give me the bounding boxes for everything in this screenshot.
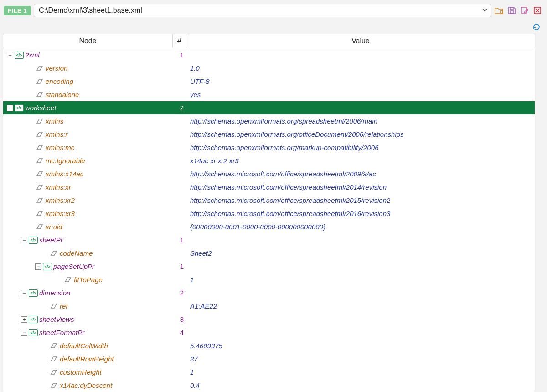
node-name: pageSetUpPr (53, 263, 94, 270)
node-name: sheetFormatPr (39, 329, 84, 336)
collapse-toggle[interactable]: − (35, 263, 41, 270)
expand-toggle[interactable]: + (21, 316, 27, 323)
browse-icon[interactable] (494, 5, 504, 15)
node-count: 4 (173, 329, 186, 336)
node-value: http://schemas.microsoft.com/office/spre… (186, 170, 535, 178)
tree-row[interactable]: codeNameSheet2 (3, 247, 535, 260)
tree-row[interactable]: xr:uid{00000000-0001-0000-0000-000000000… (3, 220, 535, 233)
tree-row[interactable]: −</> worksheet2 (3, 101, 535, 114)
attribute-icon (35, 157, 44, 165)
node-value: 1.0 (186, 64, 535, 72)
node-name: codeName (60, 249, 93, 257)
save-icon[interactable] (507, 5, 517, 15)
node-count: 1 (173, 51, 186, 59)
tree-row[interactable]: −</> dimension2 (3, 286, 535, 299)
header-value[interactable]: Value (186, 34, 535, 48)
attribute-icon (35, 223, 44, 231)
node-name: xmlns:mc (46, 144, 74, 151)
attribute-icon (35, 78, 44, 85)
tree-row[interactable]: xmlns:xrhttp://schemas.microsoft.com/off… (3, 181, 535, 194)
svg-rect-3 (510, 11, 514, 13)
node-value: http://schemas.openxmlformats.org/spread… (186, 117, 535, 125)
node-count: 2 (173, 104, 186, 112)
node-value: 0.4 (186, 382, 535, 389)
attribute-icon (35, 118, 44, 125)
collapse-toggle[interactable]: − (21, 237, 27, 243)
element-icon: </> (29, 329, 38, 336)
toolbar: FILE 1 (0, 0, 547, 21)
attribute-icon (63, 276, 72, 284)
tree-row[interactable]: encodingUTF-8 (3, 75, 535, 88)
node-value: 37 (186, 355, 535, 363)
tree-row[interactable]: defaultRowHeight37 (3, 352, 535, 366)
node-count: 1 (173, 236, 186, 244)
node-name: standalone (46, 91, 79, 98)
node-count: 2 (173, 289, 186, 297)
header-node[interactable]: Node (3, 34, 173, 48)
node-name: ref (60, 302, 68, 310)
element-icon: </> (29, 289, 38, 297)
node-count: 1 (173, 263, 186, 270)
tree-row[interactable]: xmlns:xr2http://schemas.microsoft.com/of… (3, 194, 535, 207)
node-name: ?xml (25, 51, 40, 59)
collapse-toggle[interactable]: − (7, 52, 13, 58)
attribute-icon (35, 170, 44, 178)
node-value: 1 (186, 368, 535, 376)
tree-row[interactable]: −</> pageSetUpPr1 (3, 260, 535, 273)
edit-icon[interactable] (520, 5, 530, 15)
node-name: defaultColWidth (60, 342, 108, 350)
header-count[interactable]: # (173, 34, 186, 48)
tree-row[interactable]: −</> sheetPr1 (3, 233, 535, 247)
node-name: sheetPr (39, 236, 63, 244)
node-name: xmlns:xr2 (46, 196, 75, 204)
tree-row[interactable]: version1.0 (3, 62, 535, 75)
tree-row[interactable]: xmlns:mchttp://schemas.openxmlformats.or… (3, 141, 535, 154)
attribute-icon (35, 91, 44, 98)
element-icon: </> (29, 237, 38, 244)
element-icon: </> (29, 316, 38, 323)
node-count: 3 (173, 315, 186, 323)
node-value: 1 (186, 276, 535, 284)
tree-row[interactable]: −</> sheetFormatPr4 (3, 326, 535, 339)
element-icon: </> (15, 104, 24, 112)
tree-row[interactable]: xmlns:xr3http://schemas.microsoft.com/of… (3, 207, 535, 220)
node-name: mc:Ignorable (46, 157, 85, 165)
refresh-icon[interactable] (532, 22, 542, 32)
tree-row[interactable]: defaultColWidth5.4609375 (3, 339, 535, 352)
node-name: defaultRowHeight (60, 355, 114, 363)
node-name: fitToPage (74, 276, 103, 284)
attribute-icon (35, 210, 44, 217)
tree-row[interactable]: standaloneyes (3, 88, 535, 101)
tree-row[interactable]: xmlns:x14achttp://schemas.microsoft.com/… (3, 167, 535, 181)
tree-row[interactable]: refA1:AE22 (3, 299, 535, 313)
tree-row[interactable]: x14ac:dyDescent0.4 (3, 379, 535, 392)
node-name: xmlns:r (46, 130, 67, 138)
tree-row[interactable]: −</> ?xml1 (3, 48, 535, 62)
node-name: xmlns (46, 117, 63, 125)
attribute-icon (35, 65, 44, 72)
close-icon[interactable] (532, 5, 542, 15)
element-icon: </> (43, 263, 52, 270)
node-name: worksheet (25, 104, 56, 112)
tree-row[interactable]: xmlns:rhttp://schemas.openxmlformats.org… (3, 128, 535, 141)
collapse-toggle[interactable]: − (21, 330, 27, 336)
grid-header: Node # Value (3, 34, 535, 48)
collapse-toggle[interactable]: − (21, 290, 27, 296)
collapse-toggle[interactable]: − (7, 105, 13, 111)
node-value: yes (186, 91, 535, 98)
node-value: Sheet2 (186, 249, 535, 257)
tree-row[interactable]: mc:Ignorablex14ac xr xr2 xr3 (3, 154, 535, 167)
tree-row[interactable]: fitToPage1 (3, 273, 535, 286)
file-badge: FILE 1 (4, 6, 31, 15)
node-value: A1:AE22 (186, 302, 535, 310)
tree-row[interactable]: +</> sheetViews3 (3, 313, 535, 326)
node-value: http://schemas.openxmlformats.org/office… (186, 130, 535, 138)
tree-row[interactable]: customHeight1 (3, 366, 535, 379)
tree-row[interactable]: xmlnshttp://schemas.openxmlformats.org/s… (3, 114, 535, 128)
attribute-icon (49, 303, 58, 310)
path-input[interactable] (34, 4, 491, 17)
refresh-row (0, 21, 547, 34)
attribute-icon (49, 369, 58, 376)
node-name: xmlns:xr3 (46, 210, 75, 217)
attribute-icon (35, 184, 44, 191)
